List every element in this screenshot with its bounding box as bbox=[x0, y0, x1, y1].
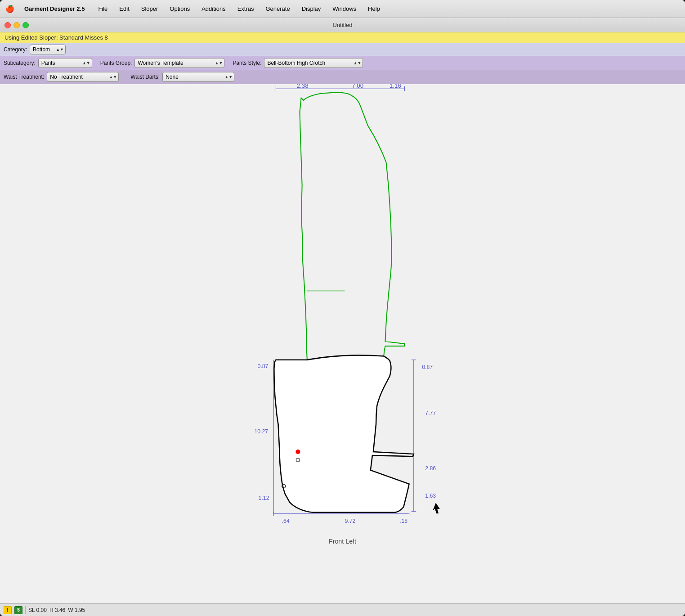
menu-windows[interactable]: Windows bbox=[331, 4, 358, 13]
svg-text:.18: .18 bbox=[400, 518, 407, 524]
svg-text:9.72: 9.72 bbox=[345, 518, 356, 524]
menu-display[interactable]: Display bbox=[300, 4, 323, 13]
sloper-text: Using Edited Sloper: Standard Misses 8 bbox=[4, 34, 108, 41]
waist-darts-select[interactable]: None bbox=[162, 72, 234, 82]
pants-group-select[interactable]: Women's Template bbox=[134, 58, 224, 68]
subcategory-select[interactable]: Pants bbox=[38, 58, 92, 68]
svg-text:0.87: 0.87 bbox=[258, 363, 269, 369]
maximize-button[interactable] bbox=[22, 22, 29, 28]
close-button[interactable] bbox=[4, 22, 11, 28]
menu-edit[interactable]: Edit bbox=[117, 4, 131, 13]
status-divider bbox=[25, 606, 26, 614]
category-select-wrapper[interactable]: Bottom ▲▼ bbox=[30, 45, 66, 54]
pants-style-select-wrapper[interactable]: Bell-Bottom High Crotch ▲▼ bbox=[264, 58, 363, 68]
money-icon: $ bbox=[14, 606, 22, 614]
mac-window: 🍎 Garment Designer 2.5 File Edit Sloper … bbox=[0, 0, 685, 616]
svg-text:10.27: 10.27 bbox=[254, 428, 268, 435]
toolbar-row-category: Category: Bottom ▲▼ bbox=[0, 43, 685, 56]
title-bar: Untitled bbox=[0, 18, 685, 32]
waist-darts-label: Waist Darts: bbox=[130, 74, 160, 80]
waist-darts-select-wrapper[interactable]: None ▲▼ bbox=[162, 72, 234, 82]
canvas-area[interactable]: 2.38 7.00 1.16 0.87 7.77 2.86 1.63 0.87 … bbox=[0, 84, 685, 603]
svg-text:1.16: 1.16 bbox=[390, 84, 401, 89]
app-name: Garment Designer 2.5 bbox=[24, 5, 85, 12]
svg-marker-30 bbox=[432, 502, 440, 514]
pants-style-select[interactable]: Bell-Bottom High Crotch bbox=[264, 58, 363, 68]
status-w: W 1.95 bbox=[68, 607, 85, 613]
menu-options[interactable]: Options bbox=[168, 4, 192, 13]
menu-help[interactable]: Help bbox=[366, 4, 382, 13]
svg-point-26 bbox=[295, 450, 300, 454]
waist-treatment-select-wrapper[interactable]: No Treatment ▲▼ bbox=[47, 72, 119, 82]
category-label: Category: bbox=[4, 46, 27, 53]
apple-menu[interactable]: 🍎 bbox=[5, 4, 14, 13]
toolbar-row-subcategory: Subcategory: Pants ▲▼ Pants Group: Women… bbox=[0, 56, 685, 70]
status-h: H 3.46 bbox=[49, 607, 65, 613]
svg-text:2.38: 2.38 bbox=[297, 84, 309, 89]
menu-bar: 🍎 Garment Designer 2.5 File Edit Sloper … bbox=[0, 0, 685, 18]
pants-group-select-wrapper[interactable]: Women's Template ▲▼ bbox=[134, 58, 224, 68]
menu-extras[interactable]: Extras bbox=[236, 4, 256, 13]
sloper-bar: Using Edited Sloper: Standard Misses 8 bbox=[0, 32, 685, 43]
svg-text:2.86: 2.86 bbox=[425, 465, 436, 472]
menu-file[interactable]: File bbox=[96, 4, 109, 13]
pants-style-label: Pants Style: bbox=[233, 60, 261, 66]
waist-treatment-label: Waist Treatment: bbox=[4, 74, 44, 80]
menu-sloper[interactable]: Sloper bbox=[139, 4, 160, 13]
status-sl: SL 0.00 bbox=[28, 607, 47, 613]
subcategory-label: Subcategory: bbox=[4, 60, 36, 66]
svg-text:0.87: 0.87 bbox=[422, 364, 433, 370]
menu-additions[interactable]: Additions bbox=[200, 4, 227, 13]
category-select[interactable]: Bottom bbox=[30, 45, 66, 54]
svg-text:.64: .64 bbox=[282, 518, 290, 524]
svg-text:7.00: 7.00 bbox=[352, 84, 363, 89]
subcategory-select-wrapper[interactable]: Pants ▲▼ bbox=[38, 58, 92, 68]
svg-text:7.77: 7.77 bbox=[425, 410, 436, 416]
svg-text:1.12: 1.12 bbox=[259, 495, 269, 501]
waist-treatment-select[interactable]: No Treatment bbox=[47, 72, 119, 82]
toolbar-row-waist: Waist Treatment: No Treatment ▲▼ Waist D… bbox=[0, 70, 685, 84]
window-controls bbox=[4, 22, 29, 28]
window-title: Untitled bbox=[332, 22, 352, 28]
svg-text:1.63: 1.63 bbox=[425, 493, 436, 499]
pattern-canvas[interactable]: 2.38 7.00 1.16 0.87 7.77 2.86 1.63 0.87 … bbox=[0, 84, 685, 603]
pants-group-label: Pants Group: bbox=[100, 60, 132, 66]
status-bar: ! $ SL 0.00 H 3.46 W 1.95 bbox=[0, 603, 685, 616]
minimize-button[interactable] bbox=[13, 22, 20, 28]
warning-icon: ! bbox=[4, 606, 12, 614]
menu-generate[interactable]: Generate bbox=[264, 4, 291, 13]
svg-text:Front Left: Front Left bbox=[329, 538, 356, 545]
